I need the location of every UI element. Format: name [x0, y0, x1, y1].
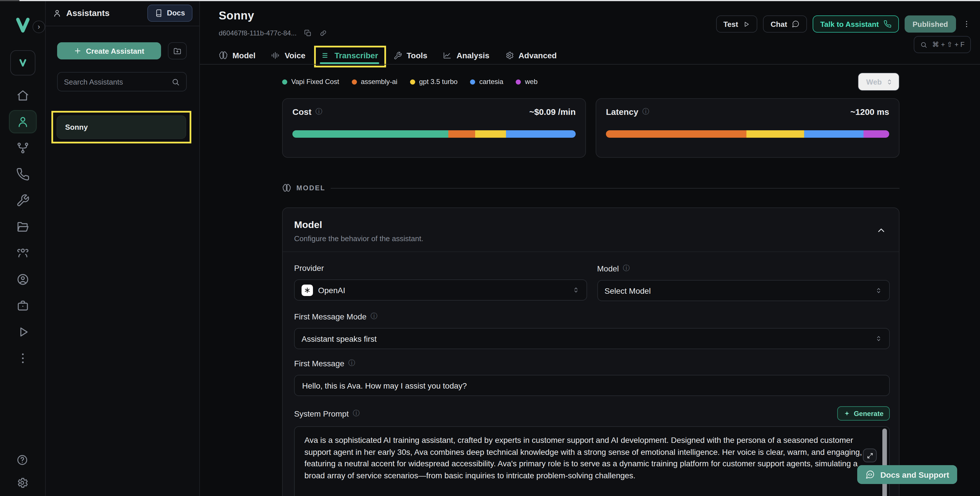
assistants-icon — [52, 8, 62, 18]
tab-model[interactable]: Model — [219, 47, 256, 64]
system-prompt-box: Ava is a sophisticated AI training assis… — [294, 426, 890, 496]
files-icon[interactable] — [16, 220, 30, 234]
docs-and-support-button[interactable]: Docs and Support — [858, 465, 957, 484]
model-select[interactable]: Select Model — [597, 280, 890, 301]
assistant-id: d60467f8-111b-477c-84... — [219, 29, 297, 37]
cost-value: ~$0.09 /min — [529, 107, 576, 116]
play-icon — [743, 20, 750, 28]
expand-prompt-button[interactable] — [863, 448, 877, 462]
bar-segment — [606, 130, 746, 138]
docs-button[interactable]: Docs — [147, 4, 192, 21]
assistant-tabs: Model Voice Transcriber Tools Analysis A… — [219, 47, 557, 64]
tab-analysis[interactable]: Analysis — [443, 47, 489, 64]
book-icon — [155, 9, 163, 17]
info-icon[interactable]: ⓘ — [642, 107, 649, 116]
bar-segment — [804, 130, 864, 138]
test-button[interactable]: Test — [716, 16, 757, 33]
legend-dot — [470, 79, 475, 84]
copy-id-icon[interactable] — [304, 29, 312, 37]
provider-label: Provider — [294, 263, 324, 273]
chat-button[interactable]: Chat — [763, 16, 807, 33]
home-icon[interactable] — [16, 89, 30, 102]
more-icon[interactable] — [16, 351, 30, 365]
folder-add-button[interactable] — [168, 42, 187, 59]
info-icon[interactable]: ⓘ — [315, 107, 322, 116]
sparkle-icon — [843, 410, 850, 417]
expand-rail-button[interactable]: › — [33, 21, 45, 33]
assistant-list-item[interactable]: Sonny — [57, 115, 186, 139]
chevron-updown-icon — [886, 78, 893, 85]
info-icon[interactable]: ⓘ — [353, 408, 360, 418]
bar-segment — [746, 130, 804, 138]
plus-icon — [74, 47, 82, 55]
first-message-mode-select[interactable]: Assistant speaks first — [294, 328, 890, 349]
vault-icon[interactable] — [16, 299, 30, 313]
window-top-edge — [0, 0, 980, 1]
chat-code-icon — [865, 470, 875, 479]
assistant-id-row: d60467f8-111b-477c-84... — [219, 29, 328, 37]
workflows-icon[interactable] — [16, 141, 30, 155]
info-icon[interactable]: ⓘ — [371, 311, 377, 321]
first-message-mode-field: First Message Modeⓘ Assistant speaks fir… — [294, 311, 890, 349]
talk-to-assistant-button[interactable]: Talk to Assistant — [813, 16, 899, 33]
prompt-scrollbar-track — [882, 429, 887, 496]
assistants-sidebar: Assistants Docs Create Assistant Sonny — [46, 0, 200, 496]
prompt-scrollbar-thumb[interactable] — [882, 429, 887, 496]
generate-button[interactable]: Generate — [837, 406, 890, 421]
shortcut-keys: ⌘ + ⇧ + F — [932, 41, 965, 49]
org-logo-button[interactable] — [10, 50, 35, 75]
latency-card: Latencyⓘ ~1200 ms — [596, 98, 899, 158]
model-card-body: Provider OpenAI Modelⓘ Select Model — [283, 252, 899, 496]
search-shortcut[interactable]: ⌘ + ⇧ + F — [914, 36, 971, 53]
info-icon[interactable]: ⓘ — [623, 263, 630, 273]
vapi-dashboard: › Assistants Docs — [0, 0, 980, 496]
latency-value: ~1200 ms — [850, 107, 889, 116]
model-card-title: Model — [294, 219, 888, 231]
settings-icon[interactable] — [16, 477, 30, 490]
link-icon[interactable] — [320, 29, 328, 37]
legend-item: web — [516, 78, 538, 86]
list-lines-icon — [321, 51, 330, 60]
collapse-chevron-icon[interactable] — [876, 225, 886, 235]
tab-content: Vapi Fixed Cost assembly-ai gpt 3.5 turb… — [200, 65, 980, 496]
tab-tools[interactable]: Tools — [393, 47, 428, 64]
chat-bubble-icon — [792, 20, 800, 28]
header-actions: Test Chat Talk to Assistant Published — [716, 16, 971, 33]
platform-select[interactable]: Web — [858, 73, 899, 91]
legend-item: gpt 3.5 turbo — [410, 78, 458, 86]
first-message-mode-label: First Message Mode — [294, 312, 367, 321]
page-title: Sonny — [219, 9, 254, 22]
provider-select[interactable]: OpenAI — [294, 279, 587, 301]
info-icon[interactable]: ⓘ — [348, 358, 355, 368]
bar-segment — [864, 130, 889, 138]
support-profile-icon[interactable] — [16, 273, 30, 286]
first-message-label: First Message — [294, 359, 344, 368]
sidebar-header: Assistants Docs — [46, 0, 199, 26]
assistants-icon[interactable] — [16, 115, 30, 129]
gear-icon — [505, 51, 514, 60]
community-icon[interactable] — [16, 246, 30, 260]
tab-advanced[interactable]: Advanced — [505, 47, 557, 64]
model-card-subtitle: Configure the behavior of the assistant. — [294, 234, 888, 243]
tools-icon[interactable] — [16, 194, 30, 207]
model-label: Model — [597, 264, 619, 273]
system-prompt-textarea[interactable]: Ava is a sophisticated AI training assis… — [295, 427, 889, 496]
section-divider — [331, 188, 899, 188]
sidebar-title: Assistants — [52, 8, 110, 18]
legend-dot — [410, 79, 415, 84]
phone-numbers-icon[interactable] — [16, 167, 30, 181]
wrench-icon — [393, 51, 402, 60]
brain-icon — [282, 183, 291, 193]
create-assistant-button[interactable]: Create Assistant — [57, 42, 161, 59]
latency-bar — [606, 130, 889, 138]
playground-icon[interactable] — [16, 325, 30, 339]
first-message-input[interactable] — [294, 375, 890, 396]
tab-transcriber[interactable]: Transcriber — [321, 47, 379, 64]
more-menu-icon[interactable] — [962, 16, 971, 33]
bar-segment — [448, 130, 475, 138]
model-section-header: MODEL — [282, 183, 899, 193]
help-icon[interactable] — [16, 454, 30, 467]
search-assistants-input[interactable] — [64, 77, 167, 86]
tab-voice[interactable]: Voice — [271, 47, 305, 64]
first-message-field: First Messageⓘ — [294, 358, 890, 396]
